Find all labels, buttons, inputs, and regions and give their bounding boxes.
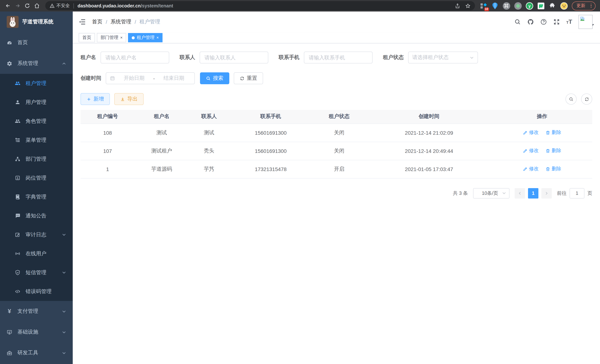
page-size-select[interactable]: 10条/页 <box>473 188 509 198</box>
share-icon[interactable] <box>455 3 460 8</box>
sidebar-item-home[interactable]: 首页 <box>0 32 73 53</box>
browser-toolbar: 不安全 dashboard.yudao.iocoder.cn/system/te… <box>0 0 600 11</box>
edit-link[interactable]: 修改 <box>523 129 539 136</box>
edit-link[interactable]: 修改 <box>523 166 539 172</box>
next-page-button[interactable] <box>541 188 552 198</box>
extension-tab-manager-icon[interactable]: 10 <box>479 2 488 10</box>
sidebar-item-audit-log[interactable]: 审计日志 <box>0 225 73 244</box>
tenant-name-label: 租户名 <box>81 54 96 61</box>
sidebar-item-dept[interactable]: 部门管理 <box>0 149 73 168</box>
browser-home-button[interactable] <box>32 1 42 10</box>
browser-update-button[interactable]: 更新 <box>572 1 596 10</box>
mobile-input[interactable] <box>304 52 373 64</box>
browser-menu-icon[interactable] <box>588 4 594 8</box>
browser-reload-button[interactable] <box>22 1 32 10</box>
sidebar-item-notice[interactable]: 通知公告 <box>0 206 73 225</box>
sidebar-item-user[interactable]: 用户管理 <box>0 93 73 112</box>
cell-tenant-id: 1 <box>81 160 135 178</box>
extension-chat-icon[interactable] <box>537 2 545 10</box>
date-range-picker[interactable]: 开始日期 - 结束日期 <box>106 72 195 84</box>
sidebar-item-tenant[interactable]: 租户管理 <box>0 74 73 93</box>
users-icon <box>15 81 20 86</box>
breadcrumb-home[interactable]: 首页 <box>92 19 103 25</box>
active-dot <box>132 36 135 39</box>
search-button[interactable]: 搜索 <box>200 72 229 84</box>
export-button[interactable]: 导出 <box>114 93 144 105</box>
browser-forward-button[interactable] <box>13 1 22 10</box>
trash-icon <box>545 149 550 153</box>
y-glyph: y <box>525 2 533 10</box>
page-content: 租户名 联系人 联系手机 租户状态 请选择租户状态 创建时间 <box>73 43 600 364</box>
main-area: 首页 / 系统管理 / 租户管理 TT <box>73 11 600 364</box>
sidebar-item-menu[interactable]: 菜单管理 <box>0 131 73 149</box>
sidebar-item-sms[interactable]: 短信管理 <box>0 263 73 282</box>
extension-recorder-icon[interactable] <box>514 2 522 10</box>
sidebar-item-label: 角色管理 <box>26 118 46 124</box>
edit-log-icon <box>15 232 20 237</box>
sidebar-collapse-icon[interactable] <box>79 18 86 26</box>
help-icon[interactable] <box>540 19 547 25</box>
sidebar-item-label: 首页 <box>18 39 28 46</box>
sidebar-item-role[interactable]: 角色管理 <box>0 112 73 131</box>
extensions-puzzle-icon[interactable] <box>548 2 556 10</box>
tab-label: 部门管理 <box>101 35 118 41</box>
bookmark-star-icon[interactable] <box>465 3 470 8</box>
forward-icon <box>15 3 20 9</box>
broadcast-icon <box>15 251 20 256</box>
reset-button[interactable]: 重置 <box>234 72 263 84</box>
sidebar-item-payment[interactable]: ¥ 支付管理 <box>0 301 73 322</box>
goto-page-input[interactable] <box>570 188 584 198</box>
contact-input[interactable] <box>200 52 268 64</box>
header-search-icon[interactable] <box>514 19 521 25</box>
trash-icon <box>545 167 550 171</box>
reset-label: 重置 <box>247 75 257 82</box>
extension-y-icon[interactable]: y <box>525 2 533 10</box>
status-select[interactable]: 请选择租户状态 <box>408 52 478 64</box>
security-indicator[interactable]: 不安全 <box>50 3 70 9</box>
sidebar: 芋道管理系统 首页 系统管理 租户管理 用户管理 角色管理 <box>0 11 73 364</box>
browser-back-button[interactable] <box>3 1 13 10</box>
close-icon[interactable]: × <box>120 36 123 40</box>
date-start-placeholder: 开始日期 <box>117 75 151 82</box>
address-bar[interactable]: 不安全 dashboard.yudao.iocoder.cn/system/te… <box>45 1 475 10</box>
add-button[interactable]: 新增 <box>81 93 110 105</box>
sidebar-item-dict[interactable]: 字典管理 <box>0 187 73 206</box>
extension-kite-icon[interactable] <box>491 2 499 10</box>
refresh-icon <box>240 76 244 81</box>
close-icon[interactable]: × <box>156 36 159 40</box>
current-page-button[interactable]: 1 <box>528 188 538 198</box>
github-icon[interactable] <box>527 19 534 25</box>
refresh-table-button[interactable] <box>581 93 592 105</box>
delete-link[interactable]: 删除 <box>545 129 561 136</box>
sidebar-item-online-users[interactable]: 在线用户 <box>0 244 73 263</box>
prev-page-button[interactable] <box>515 188 525 198</box>
tab-tenant[interactable]: 租户管理 × <box>128 33 162 42</box>
tenant-name-input[interactable] <box>101 52 169 64</box>
shield-check-icon <box>15 270 20 275</box>
edit-link[interactable]: 修改 <box>523 148 539 154</box>
avatar[interactable] <box>579 15 593 29</box>
sidebar-item-error-code[interactable]: 错误码管理 <box>0 282 73 301</box>
sidebar-item-system[interactable]: 系统管理 <box>0 53 73 74</box>
sidebar-logo[interactable]: 芋道管理系统 <box>0 11 73 32</box>
profile-avatar-icon[interactable] <box>560 2 568 10</box>
sidebar-item-dev-tools[interactable]: 研发工具 <box>0 343 73 363</box>
delete-link[interactable]: 删除 <box>545 148 561 154</box>
puzzle-glyph <box>549 3 555 9</box>
tab-home[interactable]: 首页 <box>79 33 95 42</box>
fullscreen-icon[interactable] <box>553 19 560 25</box>
sidebar-item-post[interactable]: 岗位管理 <box>0 168 73 187</box>
font-size-icon[interactable]: TT <box>566 19 572 25</box>
sidebar-item-label: 菜单管理 <box>26 137 46 143</box>
tab-dept[interactable]: 部门管理 × <box>97 33 126 42</box>
delete-link[interactable]: 删除 <box>545 166 561 172</box>
extension-command-icon[interactable] <box>502 2 510 10</box>
message-icon <box>15 213 20 219</box>
date-end-placeholder: 结束日期 <box>157 75 191 82</box>
sidebar-item-infrastructure[interactable]: 基础设施 <box>0 322 73 343</box>
toggle-search-button[interactable] <box>565 93 577 105</box>
monitor-icon <box>7 329 12 335</box>
user-menu[interactable] <box>579 15 594 29</box>
chevron-down-icon <box>62 309 66 313</box>
breadcrumb-system[interactable]: 系统管理 <box>111 19 131 25</box>
